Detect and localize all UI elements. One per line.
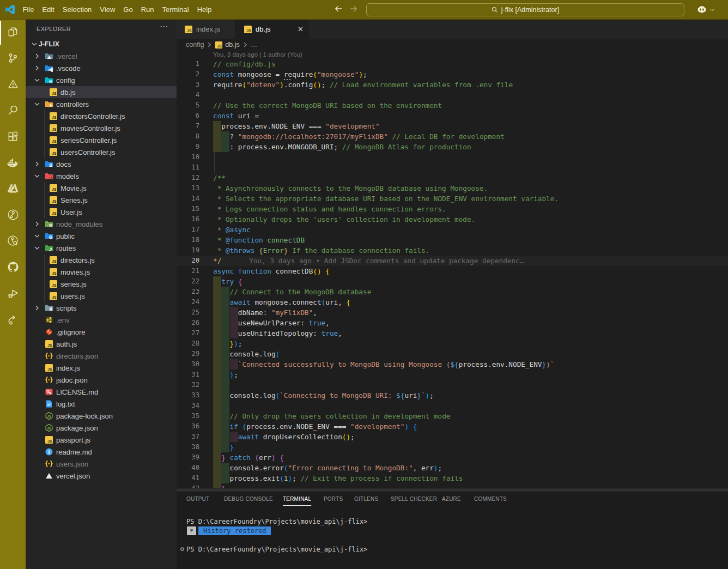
code-line-32[interactable]: 32 (177, 380, 728, 390)
tree-item-directorscontroller-js[interactable]: JSdirectorsController.js (26, 110, 177, 122)
explorer-more-actions-icon[interactable]: ⋯ (160, 22, 168, 32)
back-arrow-icon[interactable] (333, 4, 343, 15)
tree-item-series-js[interactable]: JSseries.js (26, 278, 177, 290)
tree-item-userscontroller-js[interactable]: JSusersController.js (26, 146, 177, 158)
code-line-8[interactable]: 8 ? "mongodb://localhost:27017/myFlixDB"… (177, 131, 728, 142)
code-line-18[interactable]: 18 * @function connectDB (177, 235, 728, 245)
code-line-17[interactable]: 17 * @async (177, 225, 728, 235)
code-line-13[interactable]: 13 * Asynchronously connects to the Mong… (177, 183, 728, 193)
code-line-23[interactable]: 23 // Connect to the MongoDB database (177, 287, 728, 297)
activity-bar-item-explorer[interactable] (0, 20, 26, 46)
panel-tab-ports[interactable]: PORTS (324, 489, 343, 509)
code-line-26[interactable]: 26 useNewUrlParser: true, (177, 318, 728, 328)
code-line-41[interactable]: 41 process.exit(1); // Exit the process … (177, 473, 728, 483)
activity-bar-item-gitlens-inspect[interactable] (0, 229, 26, 255)
activity-bar-item-share[interactable] (0, 307, 26, 334)
tree-item-moviescontroller-js[interactable]: JSmoviesController.js (26, 122, 177, 134)
breadcrumb[interactable]: config JS db.js … (186, 39, 257, 51)
tree-root-j-flix[interactable]: J-FLIX (26, 38, 177, 50)
panel-tab-azure[interactable]: AZURE (442, 489, 461, 509)
activity-bar-item-source-control[interactable] (0, 46, 26, 72)
activity-bar-item-warning[interactable] (0, 72, 26, 98)
menu-edit[interactable]: Edit (38, 0, 58, 20)
code-line-29[interactable]: 29 console.log( (177, 349, 728, 359)
code-line-4[interactable]: 4 (177, 90, 728, 100)
activity-bar-item-extensions[interactable] (0, 124, 26, 150)
tree-item-package-lock-json[interactable]: JSpackage-lock.json (26, 410, 177, 422)
tree-item-node-modules[interactable]: nnode_modules (26, 218, 177, 230)
tree-item-public[interactable]: public (26, 230, 177, 242)
activity-bar-item-docker[interactable] (0, 150, 26, 177)
activity-bar-item-github[interactable] (0, 255, 26, 281)
menu-run[interactable]: Run (137, 0, 158, 20)
activity-bar-item-azure[interactable] (0, 177, 26, 203)
code-area[interactable]: 1// config/db.js2const mongoose = requir… (177, 59, 728, 489)
tree-item-directors-json[interactable]: directors.json (26, 350, 177, 362)
menu-go[interactable]: Go (119, 0, 137, 20)
tree-item-users-js[interactable]: JSusers.js (26, 290, 177, 302)
gitlens-file-annotation[interactable]: You, 3 days ago | 1 author (You) (213, 51, 302, 59)
tree-item-vercel-json[interactable]: vercel.json (26, 470, 177, 482)
tree-item-jsdoc-json[interactable]: jsdoc.json (26, 374, 177, 386)
code-line-40[interactable]: 40 console.error("Error connecting to Mo… (177, 463, 728, 473)
terminal[interactable]: PS D:\CareerFoundry\Projects\movie_api\j… (177, 517, 728, 554)
breadcrumb-more[interactable]: … (251, 41, 258, 49)
code-line-36[interactable]: 36 if (process.env.NODE_ENV === "develop… (177, 421, 728, 432)
code-line-9[interactable]: 9 : process.env.MONGODB_URI; // MongoDB … (177, 142, 728, 152)
tree-item--vscode[interactable]: .vscode (26, 62, 177, 74)
command-center-search[interactable]: j-flix [Administrator] (366, 3, 684, 16)
code-line-15[interactable]: 15 * Logs connection status and handles … (177, 204, 728, 214)
command-decoration-icon[interactable] (180, 547, 184, 551)
tree-item-passport-js[interactable]: JSpassport.js (26, 434, 177, 446)
tree-item-index-js[interactable]: JSindex.js (26, 362, 177, 374)
code-line-2[interactable]: 2const mongoose = require("mongoose"); (177, 69, 728, 80)
code-line-27[interactable]: 27 useUnifiedTopology: true, (177, 328, 728, 338)
code-line-33[interactable]: 33 console.log(`Connecting to MongoDB UR… (177, 390, 728, 401)
tree-item-readme-md[interactable]: readme.md (26, 446, 177, 458)
tree-item-log-txt[interactable]: log.txt (26, 398, 177, 410)
tree-item-directors-js[interactable]: JSdirectors.js (26, 254, 177, 266)
code-line-28[interactable]: 28 }); (177, 338, 728, 349)
panel-tab-gitlens[interactable]: GITLENS (354, 489, 378, 509)
tree-item-user-js[interactable]: JSUser.js (26, 206, 177, 218)
tree-item-movies-js[interactable]: JSmovies.js (26, 266, 177, 278)
breadcrumb-folder[interactable]: config (186, 41, 204, 49)
menu-selection[interactable]: Selection (58, 0, 95, 20)
code-line-6[interactable]: 6const uri = (177, 111, 728, 121)
code-line-30[interactable]: 30 `Connected successfully to MongoDB us… (177, 359, 728, 370)
panel-tab-comments[interactable]: COMMENTS (474, 489, 507, 509)
copilot-button[interactable] (696, 4, 715, 16)
code-line-19[interactable]: 19 * @throws {Error} If the database con… (177, 245, 728, 256)
code-line-1[interactable]: 1// config/db.js (177, 59, 728, 69)
code-line-24[interactable]: 24 await mongoose.connect(uri, { (177, 297, 728, 307)
code-line-22[interactable]: 22 try { (177, 276, 728, 287)
tree-item--env[interactable]: .env (26, 314, 177, 326)
code-line-12[interactable]: 12/** (177, 173, 728, 183)
code-line-5[interactable]: 5// Use the correct MongoDB URI based on… (177, 100, 728, 111)
tree-item-auth-js[interactable]: JSauth.js (26, 338, 177, 350)
tree-item-routes[interactable]: routes (26, 242, 177, 254)
activity-bar-item-gitlens[interactable] (0, 203, 26, 229)
code-line-31[interactable]: 31 ); (177, 370, 728, 380)
tree-item-package-json[interactable]: JSpackage.json (26, 422, 177, 434)
activity-bar-item-test-debug[interactable] (0, 281, 26, 307)
close-icon[interactable]: ✕ (296, 24, 306, 35)
tree-item-seriescontroller-js[interactable]: JSseriesController.js (26, 134, 177, 146)
tree-item-controllers[interactable]: controllers (26, 98, 177, 110)
tree-item-license-md[interactable]: LICENSE.md (26, 386, 177, 398)
tree-item-docs[interactable]: docs (26, 158, 177, 170)
menu-file[interactable]: File (19, 0, 38, 20)
menu-terminal[interactable]: Terminal (158, 0, 193, 20)
code-line-11[interactable]: 11 (177, 162, 728, 173)
tree-item-db-js[interactable]: JSdb.js (26, 86, 177, 98)
panel-tab-output[interactable]: OUTPUT (186, 489, 209, 509)
code-line-10[interactable]: 10 (177, 152, 728, 162)
code-line-20[interactable]: 20*/You, 3 days ago • Add JSDoc comments… (177, 256, 728, 266)
tree-item--gitignore[interactable]: .gitignore (26, 326, 177, 338)
tree-item-scripts[interactable]: scripts (26, 302, 177, 314)
panel-tab-debug-console[interactable]: DEBUG CONSOLE (224, 489, 273, 509)
code-line-7[interactable]: 7 process.env.NODE_ENV === "development" (177, 121, 728, 131)
code-line-25[interactable]: 25 dbName: "myFlixDB", (177, 307, 728, 318)
tree-item-movie-js[interactable]: JSMovie.js (26, 182, 177, 194)
code-line-35[interactable]: 35 // Only drop the users collection in … (177, 411, 728, 421)
